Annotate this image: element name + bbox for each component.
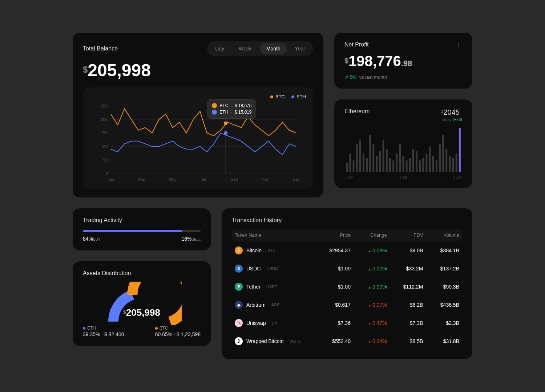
tx-header: Token NamePriceChangeFDVVolume xyxy=(232,229,462,241)
token-icon: 🦄 xyxy=(235,319,243,327)
svg-rect-41 xyxy=(409,158,411,172)
assets-distribution-card: Assets Distribution $205,998 ETH 39.35% … xyxy=(73,261,211,346)
assets-btc-legend: BTC 60.65% · $ 1,23,598 xyxy=(155,326,201,337)
svg-rect-30 xyxy=(372,144,374,172)
svg-rect-40 xyxy=(406,160,408,172)
svg-rect-54 xyxy=(452,158,454,172)
trading-title: Trading Activity xyxy=(83,217,201,224)
trading-sell: 16%SELL xyxy=(182,236,201,242)
token-icon: ₿ xyxy=(235,246,243,254)
svg-text:5K: 5K xyxy=(103,158,108,162)
legend-btc: BTC xyxy=(270,94,285,99)
period-tabs: DayWeekMonthYear xyxy=(207,41,313,56)
svg-rect-28 xyxy=(366,158,368,172)
svg-rect-43 xyxy=(416,151,417,172)
svg-rect-46 xyxy=(426,154,428,172)
svg-rect-33 xyxy=(383,139,384,172)
svg-rect-25 xyxy=(356,144,358,172)
table-row[interactable]: ₿Bitcoin · BTC$2954.370.08%$9.0B$384.1B xyxy=(232,241,462,260)
svg-rect-38 xyxy=(399,144,401,172)
svg-rect-55 xyxy=(456,154,457,172)
svg-rect-29 xyxy=(369,135,371,172)
netprofit-title: Net Profit xyxy=(344,41,369,48)
total-balance-card: Total Balance DayWeekMonthYear $205,998 … xyxy=(73,33,323,197)
svg-text:Dec: Dec xyxy=(292,177,300,181)
svg-rect-51 xyxy=(442,135,444,172)
more-icon[interactable]: ⋮ xyxy=(455,41,462,49)
svg-rect-35 xyxy=(389,158,391,172)
tx-title: Transaction History xyxy=(232,217,462,224)
trading-bar xyxy=(83,230,201,232)
svg-text:Mar: Mar xyxy=(138,177,145,181)
svg-rect-52 xyxy=(445,149,447,172)
balance-amount: $205,998 xyxy=(83,60,313,80)
svg-text:Jan: Jan xyxy=(108,177,114,181)
transaction-history-card: Transaction History Token NamePriceChang… xyxy=(222,208,472,359)
svg-rect-56 xyxy=(459,128,461,172)
period-tab-week[interactable]: Week xyxy=(232,43,258,54)
table-row[interactable]: ◆Arbitrum · ARB$0.6170.07%$6.2B$436.5B xyxy=(232,296,462,314)
svg-rect-23 xyxy=(349,154,351,172)
svg-text:Sep: Sep xyxy=(231,177,238,181)
assets-amount: $205,998 xyxy=(123,307,160,318)
svg-rect-44 xyxy=(419,160,421,172)
token-icon: ◆ xyxy=(235,301,243,309)
ethereum-card: Ethereum $2045 Today (+78) 3 Jan3 Jul3 D… xyxy=(334,99,472,188)
svg-rect-24 xyxy=(353,160,355,172)
svg-text:Nov: Nov xyxy=(262,177,269,181)
netprofit-change: ↗ 5% vs last month xyxy=(344,74,462,80)
svg-rect-47 xyxy=(429,147,431,172)
period-tab-year[interactable]: Year xyxy=(288,43,312,54)
svg-text:15K: 15K xyxy=(101,131,108,135)
assets-title: Assets Distribution xyxy=(83,270,201,277)
ethereum-today: Today (+78) xyxy=(441,117,462,122)
table-row[interactable]: ₮Tether · USDT$1.000.00%$112.2M$90.3B xyxy=(232,278,462,296)
trading-activity-card: Trading Activity 84%BUY 16%SELL xyxy=(73,208,211,250)
svg-rect-48 xyxy=(432,156,434,172)
table-row[interactable]: $USDC · USDC$1.000.00%$33.2M$137.2B xyxy=(232,260,462,278)
svg-text:0: 0 xyxy=(106,171,108,176)
token-icon: $ xyxy=(235,265,243,273)
table-row[interactable]: ₿Wrapped Bitcoin · WBTC$552.400.34%$8.5B… xyxy=(232,332,462,350)
svg-rect-45 xyxy=(422,158,424,172)
svg-rect-50 xyxy=(439,144,441,172)
svg-rect-34 xyxy=(386,149,388,172)
svg-rect-42 xyxy=(412,149,414,172)
token-icon: ₮ xyxy=(235,283,243,291)
svg-rect-27 xyxy=(363,154,364,172)
svg-text:25K: 25K xyxy=(101,104,108,108)
svg-rect-36 xyxy=(392,160,394,172)
svg-rect-26 xyxy=(359,139,361,172)
trading-buy: 84%BUY xyxy=(83,236,101,242)
svg-text:Jul: Jul xyxy=(201,177,206,181)
svg-rect-37 xyxy=(396,154,397,172)
svg-rect-31 xyxy=(376,156,378,172)
table-row[interactable]: 🦄Uniswap · UNI$7.360.47%$7.3B$2.3B xyxy=(232,314,462,332)
svg-rect-49 xyxy=(436,160,437,172)
svg-point-21 xyxy=(224,131,227,135)
net-profit-card: Net Profit ⋮ $198,776.98 ↗ 5% vs last mo… xyxy=(334,33,472,89)
period-tab-month[interactable]: Month xyxy=(260,43,287,54)
svg-rect-32 xyxy=(379,151,381,172)
balance-chart: BTC ETH 25K20K15K10K5K0JanMarMayJulSepNo… xyxy=(83,87,313,189)
netprofit-amount: $198,776.98 xyxy=(344,53,462,69)
ethereum-title: Ethereum xyxy=(344,108,370,115)
svg-text:May: May xyxy=(169,177,177,181)
svg-point-20 xyxy=(224,122,227,125)
token-icon: ₿ xyxy=(235,337,243,345)
svg-rect-39 xyxy=(403,156,404,172)
svg-rect-22 xyxy=(346,163,348,172)
period-tab-day[interactable]: Day xyxy=(209,43,231,54)
balance-title: Total Balance xyxy=(83,45,118,52)
legend-eth: ETH xyxy=(291,94,306,99)
svg-rect-53 xyxy=(449,156,451,172)
svg-text:20K: 20K xyxy=(101,117,108,122)
ethereum-price: $2045 xyxy=(441,108,462,117)
assets-eth-legend: ETH 39.35% · $ 82,400 xyxy=(83,326,124,337)
chart-tooltip: BTC·$ 18,675 ETH·$ 15,019 xyxy=(207,99,256,119)
svg-text:10K: 10K xyxy=(101,144,108,149)
